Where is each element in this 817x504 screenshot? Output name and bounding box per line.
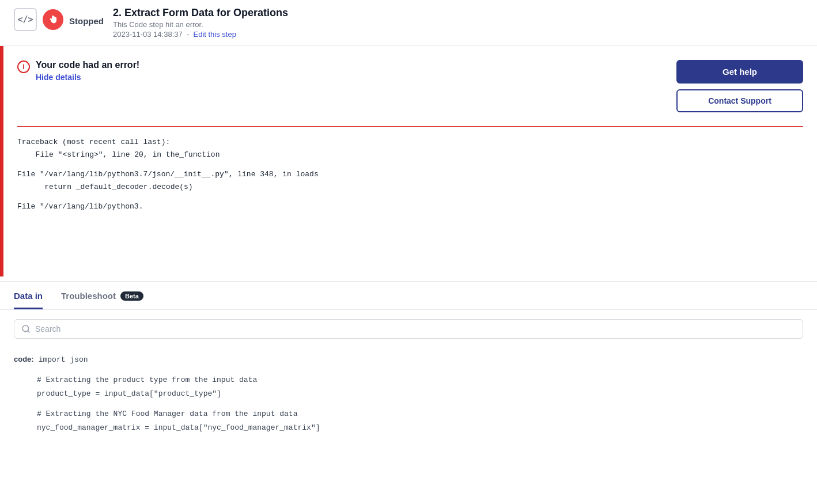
tabs-section: Data in Troubleshoot Beta code:: [0, 281, 817, 448]
search-container: [0, 310, 817, 348]
step-error-msg: This Code step hit an error.: [113, 20, 203, 29]
error-header-row: i Your code had an error! Hide details G…: [17, 60, 803, 112]
traceback-line4: return _default_decoder.decode(s): [17, 181, 803, 194]
search-box: [14, 319, 803, 339]
step-timestamp: 2023-11-03 14:38:37: [113, 30, 183, 39]
tab-troubleshoot[interactable]: Troubleshoot Beta: [61, 282, 143, 309]
code-comment1: # Extracting the product type from the i…: [37, 373, 803, 386]
tab-data-in[interactable]: Data in: [14, 282, 43, 309]
hand-stop-svg: [48, 15, 58, 24]
beta-badge: Beta: [120, 291, 143, 301]
traceback-section: Traceback (most recent call last): File …: [17, 136, 803, 225]
search-input[interactable]: [35, 324, 796, 334]
error-left: i Your code had an error! Hide details: [17, 60, 139, 82]
step-info: 2. Extract Form Data for Operations This…: [113, 7, 288, 39]
step-icons: </> Stopped: [14, 8, 104, 31]
action-buttons: Get help Contact Support: [676, 60, 803, 112]
code-block-2: # Extracting the NYC Food Manager data f…: [14, 407, 803, 434]
code-comment2: # Extracting the NYC Food Manager data f…: [37, 407, 803, 420]
error-body: i Your code had an error! Hide details G…: [0, 46, 817, 276]
tab-troubleshoot-label: Troubleshoot: [61, 291, 116, 301]
page-container: </> Stopped 2. Extract Form Data for Ope…: [0, 0, 817, 504]
step-number: 2: [113, 7, 119, 18]
hide-details-link[interactable]: Hide details: [36, 73, 139, 82]
get-help-button[interactable]: Get help: [676, 60, 803, 84]
tab-troubleshoot-row: Troubleshoot Beta: [61, 291, 143, 301]
step-header: </> Stopped 2. Extract Form Data for Ope…: [0, 0, 817, 46]
step-timestamp-row: 2023-11-03 14:38:37 - Edit this step: [113, 30, 288, 39]
code-icon: </>: [14, 8, 37, 31]
error-content: i Your code had an error! Hide details G…: [3, 46, 817, 276]
code-line3: product_type = input_data["product_type"…: [37, 387, 803, 400]
contact-support-button[interactable]: Contact Support: [676, 89, 803, 112]
code-line5: nyc_food_manager_matrix = input_data["ny…: [37, 421, 803, 434]
step-title: 2. Extract Form Data for Operations: [113, 7, 288, 19]
code-block-1: # Extracting the product type from the i…: [14, 373, 803, 400]
traceback-line1: Traceback (most recent call last):: [17, 136, 803, 149]
info-icon: i: [17, 60, 30, 73]
traceback-line3: File "/var/lang/lib/python3.7/json/__ini…: [17, 168, 803, 181]
step-title-text: Extract Form Data for Operations: [124, 7, 288, 18]
stop-icon: [43, 9, 63, 30]
code-line1: import json: [39, 353, 88, 366]
code-label-line: code: import json: [14, 353, 803, 366]
code-section: code: import json # Extracting the produ…: [0, 348, 817, 448]
error-title-block: Your code had an error! Hide details: [36, 60, 139, 82]
edit-step-link[interactable]: Edit this step: [194, 30, 236, 39]
step-status-label: Stopped: [69, 16, 104, 26]
traceback-line5: File "/var/lang/lib/python3.: [17, 200, 803, 213]
error-title: Your code had an error!: [36, 60, 139, 70]
code-label: code:: [14, 353, 34, 366]
step-subtitle: This Code step hit an error.: [113, 20, 288, 29]
tabs-bar: Data in Troubleshoot Beta: [0, 282, 817, 310]
traceback-line2: File "<string>", line 20, in the_functio…: [17, 149, 803, 161]
code-brackets-icon: </>: [17, 14, 33, 25]
search-icon: [21, 324, 31, 334]
svg-line-1: [28, 331, 29, 332]
error-divider: [17, 126, 803, 127]
